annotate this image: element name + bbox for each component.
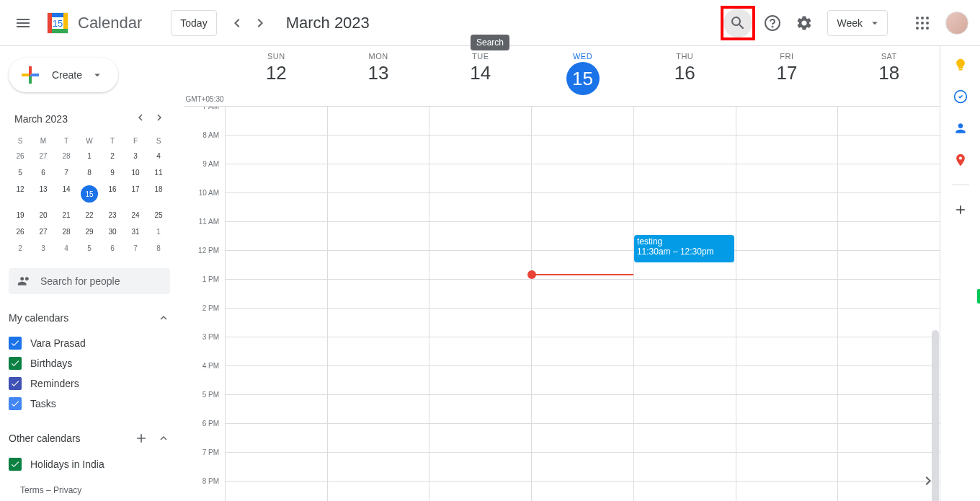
keep-icon[interactable]: [953, 58, 968, 72]
calendar-checkbox[interactable]: [9, 337, 22, 350]
hour-cell[interactable]: [328, 251, 429, 280]
calendar-event[interactable]: testing11:30am – 12:30pm: [634, 235, 734, 262]
day-column[interactable]: [327, 107, 429, 501]
hour-cell[interactable]: [838, 309, 940, 337]
search-people-input[interactable]: Search for people: [9, 268, 170, 294]
hour-cell[interactable]: [226, 280, 327, 309]
mini-cal-day[interactable]: 11: [147, 164, 170, 181]
mini-cal-day[interactable]: 22: [78, 207, 101, 223]
mini-cal-day[interactable]: 7: [124, 240, 147, 257]
hour-cell[interactable]: [532, 251, 633, 280]
hour-cell[interactable]: [634, 193, 736, 222]
mini-cal-day[interactable]: 12: [9, 181, 32, 207]
day-header[interactable]: WED15: [531, 46, 633, 106]
hour-cell[interactable]: [736, 280, 838, 309]
hour-cell[interactable]: [532, 453, 633, 482]
maps-icon[interactable]: [953, 153, 968, 167]
hour-cell[interactable]: [634, 337, 736, 366]
tasks-icon[interactable]: [953, 89, 968, 104]
hour-cell[interactable]: [226, 107, 327, 136]
view-selector[interactable]: Week: [827, 10, 888, 36]
day-header[interactable]: MON13: [327, 46, 429, 106]
hour-cell[interactable]: [736, 424, 838, 453]
hour-cell[interactable]: [838, 107, 940, 136]
mini-cal-day[interactable]: 26: [9, 223, 32, 240]
mini-cal-day[interactable]: 14: [55, 181, 78, 207]
mini-cal-day[interactable]: 13: [32, 181, 55, 207]
my-calendars-toggle[interactable]: My calendars: [9, 309, 170, 327]
calendar-item[interactable]: Tasks: [9, 394, 170, 414]
hour-cell[interactable]: [226, 136, 327, 164]
mini-cal-day[interactable]: 26: [9, 148, 32, 164]
hour-cell[interactable]: [532, 424, 633, 453]
hour-cell[interactable]: [736, 482, 838, 501]
hour-cell[interactable]: [838, 395, 940, 424]
hour-cell[interactable]: [328, 136, 429, 164]
calendar-checkbox[interactable]: [9, 458, 22, 471]
hour-cell[interactable]: [429, 453, 531, 482]
mini-cal-day[interactable]: 20: [32, 207, 55, 223]
hour-cell[interactable]: [532, 309, 633, 337]
hour-cell[interactable]: [532, 280, 633, 309]
hour-cell[interactable]: [328, 424, 429, 453]
mini-cal-day[interactable]: 5: [78, 240, 101, 257]
hour-cell[interactable]: [634, 395, 736, 424]
show-side-panel-button[interactable]: [919, 472, 937, 492]
day-header[interactable]: SAT18: [837, 46, 940, 106]
hour-cell[interactable]: [838, 222, 940, 251]
mini-cal-day[interactable]: 19: [9, 207, 32, 223]
hour-cell[interactable]: [328, 164, 429, 193]
hour-cell[interactable]: [429, 395, 531, 424]
day-header[interactable]: THU16: [633, 46, 736, 106]
hour-cell[interactable]: [226, 309, 327, 337]
hour-cell[interactable]: [429, 164, 531, 193]
hour-cell[interactable]: [226, 222, 327, 251]
calendar-checkbox[interactable]: [9, 357, 22, 370]
hour-cell[interactable]: [634, 424, 736, 453]
contacts-icon[interactable]: [953, 121, 968, 136]
mini-cal-day[interactable]: 3: [124, 148, 147, 164]
hour-cell[interactable]: [736, 136, 838, 164]
hour-cell[interactable]: [736, 366, 838, 395]
mini-cal-day[interactable]: 6: [32, 164, 55, 181]
hour-cell[interactable]: [634, 107, 736, 136]
hour-cell[interactable]: [838, 424, 940, 453]
mini-cal-day[interactable]: 27: [32, 148, 55, 164]
account-avatar[interactable]: [945, 12, 968, 35]
hour-cell[interactable]: [532, 164, 633, 193]
hour-cell[interactable]: [226, 453, 327, 482]
search-button-highlighted[interactable]: Search: [721, 6, 755, 40]
day-column[interactable]: [429, 107, 531, 501]
day-header[interactable]: SUN12: [225, 46, 327, 106]
hour-cell[interactable]: [226, 337, 327, 366]
hour-cell[interactable]: [226, 395, 327, 424]
hour-cell[interactable]: [429, 107, 531, 136]
hour-cell[interactable]: [634, 453, 736, 482]
hour-cell[interactable]: [429, 482, 531, 501]
hour-cell[interactable]: [429, 309, 531, 337]
hour-cell[interactable]: [429, 366, 531, 395]
add-addon-icon[interactable]: [953, 203, 968, 217]
hour-cell[interactable]: [328, 222, 429, 251]
hour-cell[interactable]: [634, 366, 736, 395]
mini-cal-prev[interactable]: [133, 110, 148, 128]
calendar-checkbox[interactable]: [9, 377, 22, 390]
hour-cell[interactable]: [634, 164, 736, 193]
hour-cell[interactable]: [328, 309, 429, 337]
hour-cell[interactable]: [532, 193, 633, 222]
mini-cal-next[interactable]: [151, 110, 167, 128]
mini-cal-day[interactable]: 17: [124, 181, 147, 207]
mini-cal-day[interactable]: 6: [101, 240, 124, 257]
hour-cell[interactable]: [226, 193, 327, 222]
privacy-link[interactable]: Privacy: [53, 485, 81, 495]
mini-cal-day[interactable]: 18: [147, 181, 170, 207]
hour-cell[interactable]: [226, 164, 327, 193]
day-header[interactable]: FRI17: [736, 46, 838, 106]
day-column[interactable]: [225, 107, 327, 501]
create-button[interactable]: Create: [9, 58, 118, 92]
mini-cal-day[interactable]: 28: [55, 148, 78, 164]
hour-cell[interactable]: [838, 164, 940, 193]
hour-cell[interactable]: [736, 164, 838, 193]
mini-cal-day[interactable]: 4: [55, 240, 78, 257]
mini-cal-day[interactable]: 27: [32, 223, 55, 240]
